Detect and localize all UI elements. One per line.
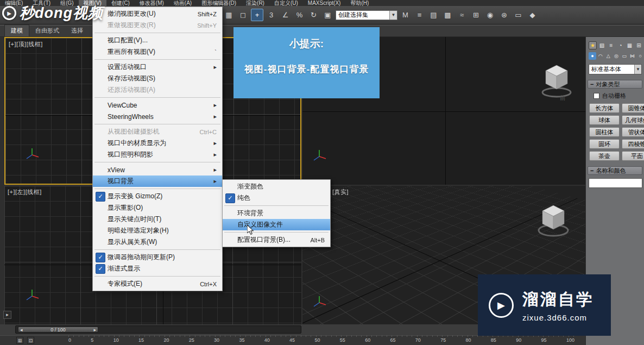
menu-item-show-key-times[interactable]: 显示关键点时间(T) [93,214,222,225]
angle-snap-icon[interactable]: ∠ [279,9,292,21]
menu-item-viewport-configuration[interactable]: 视口配置(V)... [93,35,222,46]
category-lights-icon[interactable]: △ [604,52,612,60]
menubar-item-rendering[interactable]: 渲染(R) [241,0,269,6]
menu-item-shade-selected[interactable]: 明暗处理选定对象(H) [93,225,222,236]
next-frame-icon[interactable]: ▸ [93,327,96,333]
curve-editor-icon[interactable]: ≈ [456,9,468,21]
percent-snap-icon[interactable]: % [293,9,306,21]
menu-item-custom-image-file[interactable]: 自定义图像文件 [223,219,330,230]
selection-lock-icon[interactable]: ⊡ [27,337,34,344]
menu-item-create-camera-from-view[interactable]: 从视图创建摄影机Ctrl+C [93,126,222,137]
menu-item-viewport-lighting-shadows[interactable]: 视口照明和阴影 [93,149,222,160]
ribbon-toggle-icon[interactable]: ▩ [441,9,454,21]
category-geometry-icon[interactable]: ● [589,52,596,60]
material-editor-icon[interactable]: ◉ [484,9,496,21]
menubar-item-modifiers[interactable]: 修改器(M) [135,0,169,6]
menubar-item-help[interactable]: 帮助(H) [345,0,374,6]
menu-item-viewcube[interactable]: ViewCube [93,99,222,111]
menu-item-update-during-spinner-drag[interactable]: 微调器拖动期间更新(P) [93,252,222,263]
mirror-icon[interactable]: M [399,9,412,21]
time-slider-handle[interactable]: ◂ 0 / 100 ▸ [18,327,98,333]
layer-manager-icon[interactable]: ▤ [427,9,440,21]
ribbon-tab-freeform[interactable]: 自由形式 [29,25,65,36]
grid-snap-icon[interactable]: ⊞ [16,337,23,344]
category-space-warps-icon[interactable]: ⋈ [629,52,636,60]
primitive-button-cone[interactable]: 圆锥体 [622,103,644,113]
menu-item-undo-view-change[interactable]: 撤消视图更改(U)Shift+Z [93,8,222,20]
menubar-item-graph-editors[interactable]: 图形编辑器(D) [197,0,241,6]
menu-item-show-transform-gizmo[interactable]: 显示变换 Gizmo(Z) [93,191,222,202]
primitive-button-sphere[interactable]: 球体 [589,115,620,125]
viewport-perspective-label[interactable]: [真实] [332,188,349,196]
viewport-top-label[interactable]: [+][顶][线框] [9,40,43,48]
viewport-left-label[interactable]: [+][左][线框] [8,188,42,196]
window-select-icon[interactable]: ▦ [223,9,235,21]
primitive-button-torus[interactable]: 圆环 [589,139,620,149]
chevron-down-icon[interactable]: ▼ [389,11,397,20]
menu-item-gradient-color[interactable]: 渐变颜色 [223,181,330,192]
menu-item-material-display-in-viewport[interactable]: 视口中的材质显示为 [93,137,222,149]
primitive-button-teapot[interactable]: 茶壶 [589,151,620,161]
tab-hierarchy-icon[interactable]: ≡ [607,41,615,49]
menu-item-expert-mode[interactable]: 专家模式(E)Ctrl+X [93,278,222,290]
rendered-frame-icon[interactable]: ▭ [512,9,525,21]
menu-item-restore-active-view[interactable]: 还原活动视图(A) [93,84,222,96]
tab-modify-icon[interactable]: ▧ [598,41,606,49]
render-setup-icon[interactable]: ⊛ [498,9,510,21]
category-cameras-icon[interactable]: ◎ [613,52,620,60]
object-name-input[interactable] [589,178,642,188]
checkbox-box[interactable] [594,93,599,99]
chevron-down-icon[interactable]: ▼ [634,65,641,74]
spinner-snap-icon[interactable]: ↻ [307,9,320,21]
named-selection-sets-icon[interactable]: ▣ [321,9,334,21]
menu-item-solid-color[interactable]: 纯色 [223,192,330,204]
schematic-view-icon[interactable]: ⊞ [470,9,482,21]
ribbon-tab-selection[interactable]: 选择 [65,25,89,36]
select-and-move-icon[interactable]: + [251,9,263,21]
menu-item-viewport-background[interactable]: 视口背景 [93,175,222,187]
menu-item-environment-background[interactable]: 环境背景 [223,208,330,219]
menu-item-show-ghosting[interactable]: 显示重影(O) [93,202,222,214]
menu-item-steeringwheels[interactable]: SteeringWheels [93,111,222,122]
tab-create-icon[interactable]: ★ [589,41,597,49]
menu-item-show-dependencies[interactable]: 显示从属关系(W) [93,236,222,248]
primitive-button-pyramid[interactable]: 四棱锥 [622,139,644,149]
menu-item-redraw-all-views[interactable]: 重画所有视图(V)` [93,46,222,58]
track-bar[interactable]: 0510152025303540455055606570758085909510… [68,337,574,343]
selection-set-combo[interactable]: 创建选择集 ▼ [336,10,397,20]
time-slider-track[interactable]: ◂ 0 / 100 ▸ [15,325,301,334]
menu-item-configure-viewport-background[interactable]: 配置视口背景(B)...Alt+B [223,234,330,246]
snaps-toggle-3d-icon[interactable]: 3 [265,9,277,21]
menubar-item-animation[interactable]: 动画(A) [169,0,197,6]
menu-item-redo-view-change[interactable]: 重做视图更改(R)Shift+Y [93,20,222,31]
primitive-button-geosphere[interactable]: 几何球体 [622,115,644,125]
menu-item-xview[interactable]: xView [93,164,222,175]
menu-item-progressive-display[interactable]: 渐进式显示 [93,263,222,274]
menubar-item-create[interactable]: 创建(C) [106,0,135,6]
autogrid-checkbox[interactable]: 自动栅格 [594,92,644,100]
primitive-button-tube[interactable]: 管状体 [622,127,644,137]
tab-display-icon[interactable]: ▦ [626,41,634,49]
viewcube-front-face-label[interactable]: 前 [560,94,566,102]
previous-frame-icon[interactable]: ◂ [20,327,23,333]
primitive-button-plane[interactable]: 平面 [622,151,644,161]
menu-item-set-active-viewport[interactable]: 设置活动视口 [93,61,222,73]
category-systems-icon[interactable]: ○ [636,52,644,60]
crossing-select-icon[interactable]: ◻ [237,9,249,21]
open-mini-curve-editor-button[interactable]: ▸ [3,311,11,319]
primitive-button-box[interactable]: 长方体 [589,103,620,113]
category-helpers-icon[interactable]: ▭ [621,52,628,60]
primitive-category-dropdown[interactable]: 标准基本体 ▼ [589,64,642,74]
primitive-button-cylinder[interactable]: 圆柱体 [589,127,620,137]
menubar-item-maxscript[interactable]: MAXScript(X) [303,0,346,6]
tab-utilities-icon[interactable]: ⊞ [635,41,643,49]
render-production-icon[interactable]: ◆ [526,9,539,21]
tab-motion-icon[interactable]: ◔ [616,41,624,49]
align-icon[interactable]: ≡ [413,9,426,21]
viewcube[interactable] [536,199,571,239]
category-shapes-icon[interactable]: ◠ [597,52,604,60]
viewcube[interactable] [539,59,574,99]
ribbon-tab-modeling[interactable]: 建模 [4,24,29,36]
menubar-item-customize[interactable]: 自定义(U) [269,0,303,6]
rollout-name-and-color[interactable]: − 名称和颜色 [588,166,642,175]
